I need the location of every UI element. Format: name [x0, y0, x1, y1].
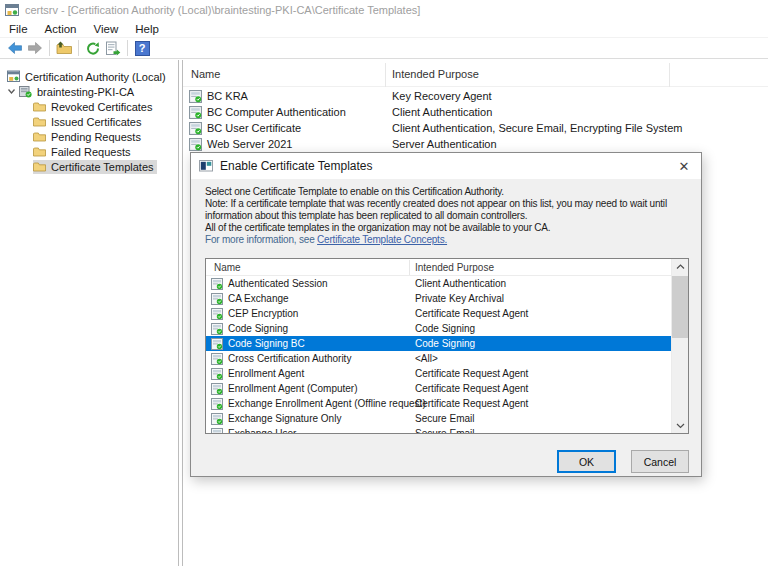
tree-item-revoked-certificates[interactable]: Revoked Certificates: [0, 99, 178, 114]
template-listbox: Name Intended Purpose Authenticated: [205, 258, 689, 434]
certificate-template-icon: [211, 353, 223, 365]
close-icon[interactable]: ✕: [667, 153, 701, 179]
listbox-rows: Authenticated Session Client Authenticat…: [206, 276, 671, 434]
menu-file[interactable]: File: [9, 23, 28, 35]
table-row[interactable]: BC KRA Key Recovery Agent: [183, 88, 768, 104]
list-item[interactable]: Enrollment Agent Certificate Request Age…: [206, 366, 671, 381]
template-name: Enrollment Agent: [228, 368, 304, 379]
template-name: Exchange Enrollment Agent (Offline reque…: [228, 398, 426, 409]
list-item[interactable]: CEP Encryption Certificate Request Agent: [206, 306, 671, 321]
column-divider[interactable]: [385, 63, 386, 87]
cancel-button[interactable]: Cancel: [631, 450, 689, 473]
list-item-selected[interactable]: Code Signing BC Code Signing: [206, 336, 671, 351]
folder-icon: [33, 101, 46, 112]
template-name: CA Exchange: [228, 293, 289, 304]
description-line: Note: If a certificate template that was…: [205, 198, 667, 210]
column-divider[interactable]: [409, 260, 410, 275]
template-name: CEP Encryption: [228, 308, 298, 319]
listbox-header: Name Intended Purpose: [206, 259, 671, 276]
list-item[interactable]: Enrollment Agent (Computer) Certificate …: [206, 381, 671, 396]
column-header-purpose[interactable]: Intended Purpose: [415, 262, 494, 273]
certificate-template-icon: [211, 413, 223, 425]
refresh-button[interactable]: [83, 39, 103, 57]
folder-icon: [33, 161, 46, 172]
template-purpose: Certificate Request Agent: [415, 368, 528, 379]
tree-item-failed-requests[interactable]: Failed Requests: [0, 144, 178, 159]
table-row[interactable]: BC User Certificate Client Authenticatio…: [183, 120, 768, 136]
template-purpose: Server Authentication: [392, 138, 497, 150]
ca-server-icon: [19, 85, 32, 98]
toolbar-separator: [127, 40, 128, 56]
toolbar: ?: [0, 38, 768, 59]
certificate-template-icon: [211, 383, 223, 395]
column-header-name[interactable]: Name: [214, 262, 241, 273]
ok-button[interactable]: OK: [557, 450, 616, 473]
column-header-name[interactable]: Name: [191, 68, 220, 80]
certificate-template-icon: [189, 138, 202, 151]
list-item-partial[interactable]: Exchange User Secure Email: [206, 426, 671, 434]
table-row[interactable]: BC Computer Authentication Client Authen…: [183, 104, 768, 120]
template-purpose: Secure Email: [415, 428, 474, 435]
list-item[interactable]: Cross Certification Authority <All>: [206, 351, 671, 366]
template-purpose: Private Key Archival: [415, 293, 504, 304]
export-list-icon: [105, 41, 122, 56]
back-button[interactable]: [5, 39, 25, 57]
template-purpose: Secure Email: [415, 413, 474, 424]
tree-item-certificate-templates[interactable]: Certificate Templates: [0, 159, 178, 174]
up-one-level-button[interactable]: [54, 39, 74, 57]
list-item[interactable]: Code Signing Code Signing: [206, 321, 671, 336]
certificate-template-icon: [211, 338, 223, 350]
template-name: BC User Certificate: [207, 122, 301, 134]
toolbar-separator: [78, 40, 79, 56]
app-icon: [5, 4, 19, 17]
list-item[interactable]: CA Exchange Private Key Archival: [206, 291, 671, 306]
template-purpose: Client Authentication, Secure Email, Enc…: [392, 122, 682, 134]
tree-item-ca[interactable]: braintesting-PKI-CA: [0, 84, 178, 99]
tree-selected-highlight: Certificate Templates: [33, 160, 157, 174]
tree-item-certification-authority[interactable]: Certification Authority (Local): [0, 69, 178, 84]
tree-item-label: Revoked Certificates: [51, 101, 153, 113]
list-item[interactable]: Authenticated Session Client Authenticat…: [206, 276, 671, 291]
table-row[interactable]: Web Server 2021 Server Authentication: [183, 136, 768, 152]
scrollbar-thumb[interactable]: [672, 276, 689, 338]
folder-icon: [33, 116, 46, 127]
certificate-template-icon: [211, 368, 223, 380]
certificate-template-icon: [211, 308, 223, 320]
template-purpose: Key Recovery Agent: [392, 90, 492, 102]
description-line: information about this template has been…: [205, 210, 667, 222]
certificate-template-icon: [211, 293, 223, 305]
scrollbar[interactable]: [671, 259, 688, 433]
tree-item-pending-requests[interactable]: Pending Requests: [0, 129, 178, 144]
menu-action[interactable]: Action: [45, 23, 77, 35]
menu-help[interactable]: Help: [135, 23, 159, 35]
certificate-template-icon: [189, 90, 202, 103]
tree-item-label: Certificate Templates: [51, 161, 154, 173]
list-item[interactable]: Exchange Signature Only Secure Email: [206, 411, 671, 426]
template-purpose: <All>: [415, 353, 438, 364]
dialog-title: Enable Certificate Templates: [220, 159, 373, 173]
forward-button[interactable]: [25, 39, 45, 57]
template-name: Code Signing: [228, 323, 288, 334]
list-item[interactable]: Exchange Enrollment Agent (Offline reque…: [206, 396, 671, 411]
column-header-purpose[interactable]: Intended Purpose: [392, 68, 479, 80]
scroll-up-icon[interactable]: [672, 259, 689, 274]
scroll-down-icon[interactable]: [672, 418, 689, 433]
template-purpose: Certificate Request Agent: [415, 383, 528, 394]
export-list-button[interactable]: [103, 39, 123, 57]
template-name: BC KRA: [207, 90, 248, 102]
template-name: Authenticated Session: [228, 278, 328, 289]
template-purpose: Code Signing: [415, 323, 475, 334]
template-name: Exchange Signature Only: [228, 413, 341, 424]
template-name: Web Server 2021: [207, 138, 292, 150]
app-window: certsrv - [Certification Authority (Loca…: [0, 0, 768, 566]
chevron-down-icon[interactable]: [6, 86, 17, 97]
dialog-title-bar: Enable Certificate Templates ✕: [191, 153, 701, 179]
folder-icon: [33, 146, 46, 157]
template-name: Code Signing BC: [228, 338, 305, 349]
tree-item-issued-certificates[interactable]: Issued Certificates: [0, 114, 178, 129]
certificate-template-concepts-link[interactable]: Certificate Template Concepts.: [317, 234, 447, 245]
column-divider[interactable]: [669, 63, 670, 87]
help-button[interactable]: ?: [132, 39, 152, 57]
refresh-icon: [85, 41, 101, 56]
menu-view[interactable]: View: [94, 23, 119, 35]
